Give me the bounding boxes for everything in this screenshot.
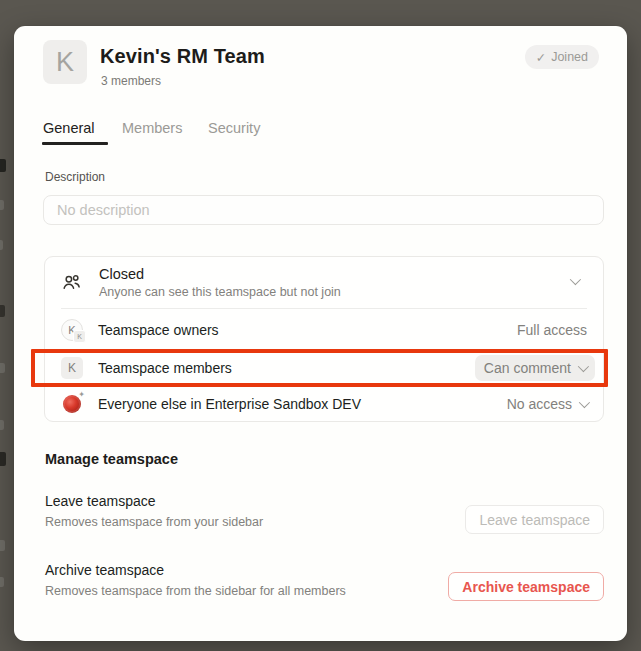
permission-row-label: Teamspace members: [98, 360, 475, 376]
everyone-access-dropdown[interactable]: No access: [507, 396, 587, 412]
access-mode-dropdown[interactable]: Closed Anyone can see this teamspace but…: [45, 257, 603, 308]
archive-teamspace-button[interactable]: Archive teamspace: [448, 572, 604, 601]
permission-row-label: Teamspace owners: [98, 322, 517, 338]
workspace-logo-icon: ✦: [63, 395, 81, 413]
teamspace-title: Kevin's RM Team: [100, 45, 265, 68]
joined-badge-label: Joined: [551, 50, 588, 64]
access-mode-title: Closed: [99, 265, 341, 283]
owners-avatar-badge: K: [73, 330, 86, 343]
members-avatar: K: [61, 357, 83, 379]
background-text-fragment: [0, 452, 6, 466]
archive-teamspace-title: Archive teamspace: [45, 562, 164, 578]
sparkle-icon: ✦: [78, 390, 85, 399]
background-text-fragment: [0, 240, 3, 250]
chevron-down-icon: [570, 274, 581, 285]
background-text-fragment: [0, 577, 4, 587]
background-text-fragment: [0, 363, 5, 373]
archive-teamspace-subtitle: Removes teamspace from the sidebar for a…: [45, 584, 346, 598]
tab-general[interactable]: General: [43, 120, 95, 136]
active-tab-indicator: [42, 142, 108, 145]
permissions-card: Closed Anyone can see this teamspace but…: [44, 256, 604, 422]
background-text-fragment: [0, 305, 5, 317]
background-text-fragment: [0, 159, 6, 172]
chevron-down-icon: [578, 361, 589, 372]
leave-teamspace-button[interactable]: Leave teamspace: [465, 505, 604, 534]
access-mode-subtitle: Anyone can see this teamspace but not jo…: [99, 285, 341, 301]
owners-avatar: K K: [61, 319, 83, 341]
teamspace-avatar[interactable]: K: [43, 40, 87, 84]
background-text-fragment: [0, 200, 4, 210]
members-access-dropdown[interactable]: Can comment: [475, 355, 595, 381]
permission-row-label: Everyone else in Enterprise Sandbox DEV: [98, 396, 507, 412]
background-text-fragment: [0, 420, 4, 430]
member-count: 3 members: [101, 74, 161, 88]
permission-row-owners: K K Teamspace owners Full access: [45, 309, 603, 350]
leave-teamspace-subtitle: Removes teamspace from your sidebar: [45, 515, 263, 529]
tab-members[interactable]: Members: [122, 120, 182, 136]
permission-row-members: K Teamspace members Can comment: [45, 350, 603, 386]
joined-badge[interactable]: ✓ Joined: [525, 45, 599, 69]
chevron-down-icon: [579, 397, 590, 408]
description-input[interactable]: [43, 195, 604, 225]
background-text-fragment: [0, 540, 5, 551]
teamspace-settings-modal: K Kevin's RM Team 3 members ✓ Joined Gen…: [14, 26, 627, 641]
owners-access-level: Full access: [517, 322, 587, 338]
manage-section-heading: Manage teamspace: [45, 451, 178, 467]
check-icon: ✓: [536, 50, 546, 65]
people-icon: [61, 272, 82, 293]
tab-security[interactable]: Security: [208, 120, 260, 136]
leave-teamspace-title: Leave teamspace: [45, 493, 156, 509]
permission-row-everyone: ✦ Everyone else in Enterprise Sandbox DE…: [45, 386, 603, 422]
description-label: Description: [45, 170, 105, 184]
